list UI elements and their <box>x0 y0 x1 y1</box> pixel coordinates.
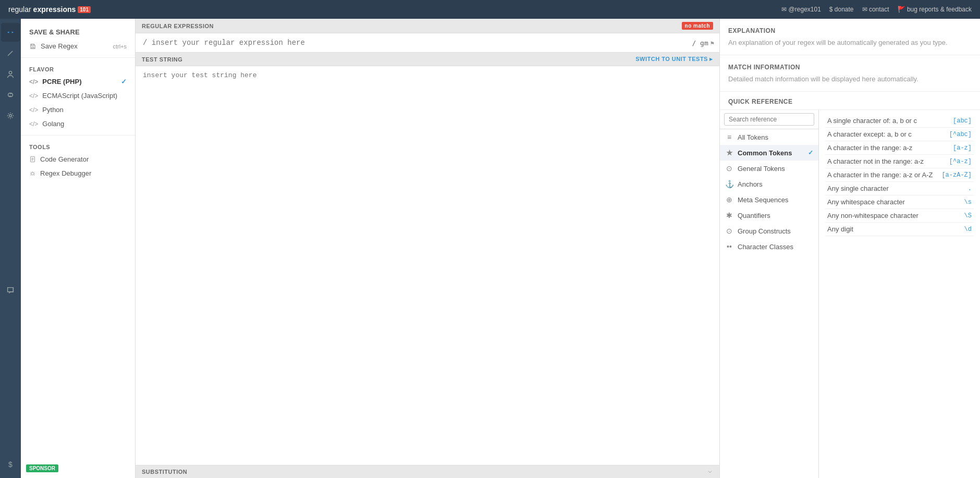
tool-code-generator[interactable]: Code Generator <box>21 152 135 166</box>
nav-contact-link[interactable]: ✉ contact <box>862 6 889 13</box>
code-icon-ecma: </> <box>29 92 38 100</box>
chevron-down-icon <box>707 469 713 475</box>
file-icon <box>29 156 36 163</box>
test-string-header: TEST STRING SWITCH TO UNIT TESTS ▸ <box>136 53 719 66</box>
no-match-badge: no match <box>682 22 713 30</box>
row-token: [^abc] <box>938 128 974 141</box>
match-info-title: MATCH INFORMATION <box>728 64 972 71</box>
qr-character-classes[interactable]: •• Character Classes <box>720 239 818 254</box>
table-row[interactable]: A character in the range: a-z or A-Z[a-z… <box>825 168 974 182</box>
svg-point-1 <box>9 115 12 117</box>
flags-dropdown-icon[interactable]: ⚑ <box>710 39 714 46</box>
save-regex-button[interactable]: Save Regex ctrl+s <box>21 39 135 53</box>
flavor-golang[interactable]: </> Golang <box>21 117 135 131</box>
regex-debugger-label: Regex Debugger <box>40 169 91 177</box>
regex-input[interactable] <box>136 33 719 52</box>
quick-ref-list: ≡ All Tokens ★ Common Tokens ✓ ⊙ General… <box>720 129 818 478</box>
row-token: \d <box>938 223 974 236</box>
code-icon-pcre: </> <box>29 78 38 85</box>
nav-donate-link[interactable]: $ donate <box>829 6 854 13</box>
save-share-title: SAVE & SHARE <box>29 28 80 36</box>
table-row[interactable]: A character in the range: a-z[a-z] <box>825 141 974 155</box>
all-tokens-icon: ≡ <box>725 133 733 141</box>
left-panel: SAVE & SHARE Save Regex ctrl+s FLAVOR </… <box>21 19 136 478</box>
qr-group-constructs[interactable]: ⊙ Group Constructs <box>720 223 818 239</box>
sidebar-icon-edit[interactable] <box>1 44 20 63</box>
tool-regex-debugger[interactable]: Regex Debugger <box>21 166 135 180</box>
general-tokens-label: General Tokens <box>738 165 785 173</box>
flavor-pcre-label: PCRE (PHP) <box>42 78 81 85</box>
row-token: [a-zA-Z] <box>938 168 974 182</box>
meta-sequences-icon: ⊕ <box>725 195 733 204</box>
meta-sequences-label: Meta Sequences <box>738 196 789 204</box>
save-regex-label: Save Regex <box>41 42 78 50</box>
pcre-check: ✓ <box>121 78 127 85</box>
row-token: . <box>938 182 974 195</box>
tools-title: TOOLS <box>21 140 135 152</box>
qr-anchors[interactable]: ⚓ Anchors <box>720 176 818 192</box>
logo-expressions: expressions <box>33 5 76 14</box>
row-token: \s <box>938 195 974 209</box>
center-panel: no match REGULAR EXPRESSION no match / g… <box>136 19 719 478</box>
table-row[interactable]: Any single character. <box>825 182 974 195</box>
qr-meta-sequences[interactable]: ⊕ Meta Sequences <box>720 192 818 207</box>
row-description: Any digit <box>825 223 938 236</box>
sidebar-icon-sponsor[interactable]: $ <box>1 455 20 474</box>
bug-icon <box>29 170 36 177</box>
nav-twitter-link[interactable]: ✉ @regex101 <box>781 6 821 13</box>
svg-rect-2 <box>32 47 34 48</box>
divider-2 <box>21 135 135 136</box>
match-info-section: MATCH INFORMATION Detailed match informa… <box>720 55 980 92</box>
quick-ref-title: QUICK REFERENCE <box>720 92 980 110</box>
regex-flags: / gm ⚑ <box>692 39 714 47</box>
anchors-label: Anchors <box>738 180 763 188</box>
nav-bugs-link[interactable]: 🚩 bug reports & feedback <box>898 6 972 13</box>
row-description: A character in the range: a-z <box>825 141 938 155</box>
regex-input-wrapper: / gm ⚑ <box>136 33 719 53</box>
flavor-pcre[interactable]: </> PCRE (PHP) ✓ <box>21 75 135 89</box>
row-description: A character not in the range: a-z <box>825 155 938 168</box>
save-icon <box>29 43 36 50</box>
qr-all-tokens[interactable]: ≡ All Tokens <box>720 129 818 145</box>
flavor-title: FLAVOR <box>21 62 135 75</box>
row-token: [abc] <box>938 114 974 128</box>
quick-reference-section: QUICK REFERENCE ≡ All Tokens ★ <box>720 92 980 478</box>
quick-ref-dropdown: ≡ All Tokens ★ Common Tokens ✓ ⊙ General… <box>720 110 819 478</box>
code-icon-python: </> <box>29 106 38 114</box>
icon-sidebar: $ <box>0 19 21 478</box>
anchors-icon: ⚓ <box>725 180 733 188</box>
row-description: Any non-whitespace character <box>825 209 938 223</box>
row-token: \S <box>938 209 974 223</box>
quick-ref-body: ≡ All Tokens ★ Common Tokens ✓ ⊙ General… <box>720 110 980 478</box>
explanation-title: EXPLANATION <box>728 27 972 34</box>
table-row[interactable]: Any whitespace character\s <box>825 195 974 209</box>
switch-unit-tests-button[interactable]: SWITCH TO UNIT TESTS ▸ <box>635 56 713 63</box>
quick-ref-table-wrapper: A single character of: a, b or c[abc]A c… <box>819 110 980 478</box>
sidebar-icon-chat[interactable] <box>1 281 20 300</box>
qr-general-tokens[interactable]: ⊙ General Tokens <box>720 161 818 176</box>
table-row[interactable]: Any non-whitespace character\S <box>825 209 974 223</box>
flavor-python[interactable]: </> Python <box>21 103 135 117</box>
sidebar-icon-user[interactable] <box>1 65 20 83</box>
table-row[interactable]: Any digit\d <box>825 223 974 236</box>
flavor-golang-label: Golang <box>42 120 64 128</box>
test-string-textarea[interactable] <box>136 66 719 465</box>
qr-common-tokens[interactable]: ★ Common Tokens ✓ <box>720 145 818 161</box>
group-constructs-label: Group Constructs <box>738 227 791 235</box>
logo-regular: regular <box>8 5 31 14</box>
quick-ref-table: A single character of: a, b or c[abc]A c… <box>825 114 974 236</box>
sidebar-icon-settings[interactable] <box>1 106 20 125</box>
quick-ref-search <box>720 110 818 129</box>
table-row[interactable]: A character except: a, b or c[^abc] <box>825 128 974 141</box>
table-row[interactable]: A single character of: a, b or c[abc] <box>825 114 974 128</box>
sidebar-icon-link[interactable] <box>1 85 20 104</box>
table-row[interactable]: A character not in the range: a-z[^a-z] <box>825 155 974 168</box>
qr-quantifiers[interactable]: ✱ Quantifiers <box>720 207 818 223</box>
flavor-ecma[interactable]: </> ECMAScript (JavaScript) <box>21 89 135 103</box>
quick-ref-search-input[interactable] <box>724 113 814 126</box>
common-tokens-label: Common Tokens <box>738 149 792 157</box>
general-tokens-icon: ⊙ <box>725 164 733 173</box>
sidebar-icon-code[interactable] <box>1 23 20 42</box>
save-shortcut: ctrl+s <box>113 43 127 50</box>
group-constructs-icon: ⊙ <box>725 227 733 235</box>
